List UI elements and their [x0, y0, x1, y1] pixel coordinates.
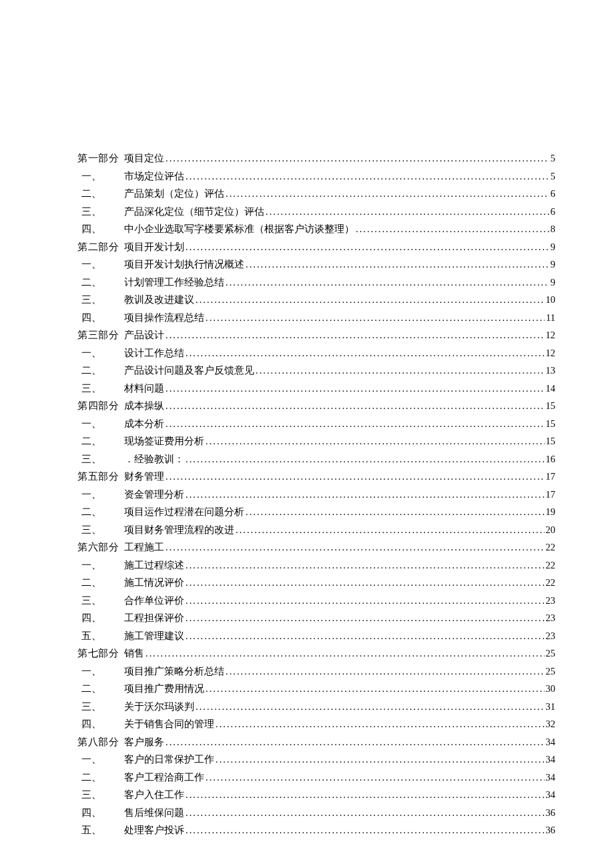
toc-label: 三、 — [59, 594, 124, 607]
toc-title: 处理客户投诉 — [124, 824, 184, 837]
toc-entry: 第七部分销售25 — [59, 647, 555, 660]
toc-page-number: 34 — [546, 754, 556, 765]
toc-title: 项目定位 — [124, 152, 164, 165]
toc-label: 五、 — [59, 824, 124, 837]
toc-dots — [266, 206, 549, 218]
toc-title: 客户入住工作 — [124, 789, 184, 801]
toc-entry: 二、客户工程洽商工作34 — [59, 771, 555, 784]
toc-dots — [166, 737, 545, 748]
toc-dots — [356, 224, 549, 235]
toc-entry: 一、成本分析15 — [59, 418, 555, 430]
toc-label: 二、 — [59, 276, 124, 289]
toc-page-number: 6 — [551, 206, 555, 218]
toc-page-number: 17 — [546, 471, 556, 482]
toc-title: 成本操纵 — [124, 400, 164, 412]
toc-entry: 四、关于销售合同的管理32 — [59, 718, 555, 731]
toc-entry: 一、资金管理分析17 — [59, 488, 555, 501]
toc-dots — [196, 294, 545, 306]
toc-dots — [186, 560, 545, 571]
toc-label: 二、 — [59, 435, 124, 448]
toc-page-number: 34 — [546, 789, 556, 801]
toc-label: 第七部分 — [59, 647, 124, 660]
toc-page-number: 25 — [546, 648, 556, 659]
toc-page-number: 22 — [546, 542, 556, 553]
toc-entry: 五、处理客户投诉36 — [59, 824, 555, 837]
toc-page-number: 34 — [546, 737, 556, 748]
toc-label: 二、 — [59, 771, 124, 784]
toc-title: 销售 — [124, 647, 144, 660]
toc-entry: 三、项目财务管理流程的改进20 — [59, 524, 555, 536]
toc-title: 产品设计 — [124, 329, 164, 342]
toc-label: 三、 — [59, 382, 124, 395]
toc-title: 计划管理工作经验总结 — [124, 276, 224, 289]
toc-title: 教训及改进建议 — [124, 294, 194, 306]
toc-page-number: 36 — [546, 807, 556, 819]
toc-entry: 第八部分客户服务34 — [59, 736, 555, 749]
toc-page-number: 30 — [546, 683, 556, 695]
toc-label: 一、 — [59, 753, 124, 766]
toc-title: 客户的日常保护工作 — [124, 753, 214, 766]
toc-page-number: 5 — [551, 153, 555, 164]
toc-entry: 第二部分项目开发计划9 — [59, 241, 555, 254]
toc-title: 产品深化定位（细节定位）评估 — [124, 205, 264, 218]
toc-entry: 五、施工管理建议23 — [59, 630, 555, 642]
toc-dots — [166, 400, 545, 412]
toc-label: 三、 — [59, 701, 124, 713]
toc-title: 合作单位评价 — [124, 594, 184, 607]
toc-title: 工程担保评价 — [124, 612, 184, 624]
toc-entry: 三、教训及改进建议10 — [59, 294, 555, 306]
toc-label: 三、 — [59, 524, 124, 536]
toc-entry: 一、项目推广策略分析总结25 — [59, 665, 555, 678]
toc-page-number: 15 — [546, 418, 556, 430]
toc-page-number: 9 — [551, 242, 555, 253]
toc-label: 四、 — [59, 612, 124, 624]
toc-entry: 第六部分工程施工22 — [59, 541, 555, 554]
toc-title: 售后维保问题 — [124, 807, 184, 819]
toc-entry: 四、工程担保评价23 — [59, 612, 555, 624]
toc-page-number: 17 — [546, 489, 556, 500]
toc-title: 施工管理建议 — [124, 630, 184, 642]
toc-title: 项目操作流程总结 — [124, 312, 204, 324]
toc-page-number: 20 — [546, 524, 556, 536]
toc-page-number: 16 — [546, 454, 556, 465]
toc-dots — [166, 542, 545, 553]
toc-dots — [216, 719, 545, 730]
toc-dots — [166, 330, 545, 341]
toc-page-number: 22 — [546, 560, 556, 571]
toc-entry: 三、客户入住工作34 — [59, 789, 555, 801]
toc-label: 三、 — [59, 205, 124, 218]
toc-title: 成本分析 — [124, 418, 164, 430]
toc-page-number: 8 — [551, 224, 555, 235]
toc-label: 二、 — [59, 683, 124, 695]
toc-entry: 二、项目推广费用情况30 — [59, 683, 555, 695]
toc-page-number: 25 — [546, 666, 556, 677]
toc-dots — [145, 648, 545, 659]
toc-dots — [236, 524, 545, 536]
toc-label: 四、 — [59, 718, 124, 731]
toc-dots — [226, 666, 545, 677]
toc-page-number: 5 — [551, 171, 555, 182]
toc-title: 资金管理分析 — [124, 488, 184, 501]
toc-dots — [186, 454, 545, 465]
toc-label: 第六部分 — [59, 541, 124, 554]
toc-page-number: 31 — [546, 701, 556, 713]
toc-entry: 三、合作单位评价23 — [59, 594, 555, 607]
toc-label: 五、 — [59, 630, 124, 642]
toc-label: 四、 — [59, 312, 124, 324]
toc-title: 关于沃尔玛谈判 — [124, 701, 194, 713]
toc-dots — [186, 612, 545, 624]
toc-title: 项目推广策略分析总结 — [124, 665, 224, 678]
toc-title: 客户服务 — [124, 736, 164, 749]
toc-label: 四、 — [59, 807, 124, 819]
toc-entry: 三、关于沃尔玛谈判31 — [59, 701, 555, 713]
toc-entry: 二、施工情况评价22 — [59, 576, 555, 589]
toc-page-number: 14 — [546, 383, 556, 394]
toc-entry: 一、设计工作总结12 — [59, 347, 555, 360]
toc-entry: 第三部分产品设计12 — [59, 329, 555, 342]
toc-label: 一、 — [59, 347, 124, 360]
toc-entry: 二、计划管理工作经验总结9 — [59, 276, 555, 289]
toc-page-number: 9 — [551, 277, 555, 288]
toc-dots — [166, 383, 545, 394]
toc-label: 三、 — [59, 453, 124, 466]
toc-entry: 第四部分成本操纵15 — [59, 400, 555, 412]
